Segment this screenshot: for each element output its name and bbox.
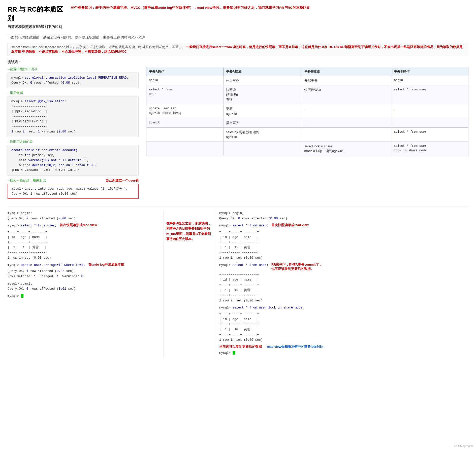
annotation-current-read: 当前读可以看到更新后的数据 [219,345,262,349]
code-block-3: create table if not exists account( id i… [8,145,139,176]
cell-0-2: 开启事务 [302,76,391,85]
terminal-right-6-row: mysql> select * from user lock in share … [219,305,468,310]
terminal-right-1: mysql> begin; Query OK, 0 rows affected … [219,211,468,221]
main-layout: --设置RR模式下测试 mysql> set global transactio… [8,67,468,201]
terminal-right-4-row: mysql> select * from user; RR级别下，即使A事务co… [219,263,468,271]
terminal-left-7: mysql> [8,294,158,299]
terminal-right-8: mysql> [219,351,468,356]
cell-0-0: begin [146,76,224,85]
code-block-2: mysql> select @@tx_isolation; +---------… [8,96,139,137]
comparison-table: 事务A操作 事务A描述 事务B描述 事务B操作 begin 开启事务 开启事务 … [146,67,468,156]
table-row: select * fromuser 快照读(无影响)查询 快照读查询 selec… [146,85,468,104]
cell-4-0 [146,127,224,142]
terminal-left-4-row: mysql> update user set age=18 where id=1… [8,263,158,268]
cell-0-1: 开启事务 [223,76,302,85]
comment-3: --依旧用之前的表 [8,140,139,144]
annotation-read-view-2: 首次快照读形成read view [271,223,309,227]
terminal-right-5: +----+-----+--------+ | id | age | name … [219,272,468,303]
section-title: 测试表： [8,60,468,64]
cell-2-3: - [391,104,468,118]
table-row: begin 开启事务 开启事务 begin [146,76,468,85]
table-row: update user setage=18 where id=1; 更新age=… [146,104,468,118]
bottom-left-panel: mysql> begin; Query OK, 0 rows affected … [8,211,164,358]
table-row: select 快照读,没有读到age=18 select * from user [146,127,468,142]
cell-3-3: - [391,118,468,128]
terminal-right-3: +----+-----+--------+ | id | age | name … [219,229,468,261]
col-header-0: 事务A操作 [146,67,224,76]
cell-5-3: select * from userlock in share mode [391,142,468,156]
insert-label: 自己新建立一个user表 [106,178,139,183]
cell-1-3: select * from user [391,85,468,104]
insert-box: mysql> insert into user (id, age, name) … [8,184,139,199]
cursor-icon-right [233,351,235,355]
cell-4-1: select 快照读,没有读到age=18 [223,127,302,142]
intro-box: select * from user lock in share mode,以加… [8,43,468,56]
header-intro: 三个准备知识：表中的三个隐藏字段、MVCC（事务id和undo log中的版本链… [71,5,468,32]
annotation-read-view-compare: read view会和版本链中的事务id做对比 [267,345,323,349]
terminal-left-2-row: mysql> select * from user; 首次快照读形成read v… [8,223,158,228]
terminal-left-3: +----+-----+--------+ | id | age | name … [8,229,158,261]
col-header-3: 事务B操作 [391,67,468,76]
terminal-left-6: mysql> commit; Query OK, 0 rows affected… [8,281,158,292]
cell-4-3: select * from user [391,127,468,142]
cell-4-2 [302,127,391,142]
cell-2-2: - [302,104,391,118]
terminal-left-5: Query OK, 1 row affected (0.02 sec) Rows… [8,269,158,279]
code-block-1: mysql> set global transaction isolation … [8,73,139,88]
cell-1-1: 快照读(无影响)查询 [223,85,302,104]
annotation-rr-text: RR级别下，即使A事务commit了，也不应该看到更新后的数据。 [271,263,322,271]
cell-5-2: select lock in sharemode当前读，读到age=18 [302,142,391,156]
cell-1-0: select * fromuser [146,85,224,104]
terminal-right-6: mysql> select * from user lock in share … [219,305,304,310]
table-row: commit 提交事务 - - [146,118,468,128]
bottom-layout: mysql> begin; Query OK, 0 rows affected … [8,206,468,358]
terminal-left-4: mysql> update user set age=18 where id=1… [8,263,85,268]
header-left: RR 与 RC的本质区别 当前读和快照读在RR级别下的区别 [8,5,63,32]
terminal-right-2: mysql> select * from user; [219,223,268,228]
intro-note: 三个准备知识：表中的三个隐藏字段、MVCC（事务id和undo log中的版本链… [71,6,310,10]
cursor-icon [21,294,23,298]
insert-container: 自己新建立一个user表 mysql> insert into user (id… [8,184,139,199]
cell-5-1 [223,142,302,156]
header-area: RR 与 RC的本质区别 当前读和快照读在RR级别下的区别 三个准备知识：表中的… [8,5,468,32]
annotation-middle: 在事务A提交之前，形成快照，则事务A的id在事务B快照中的m_ids里面，则事务… [166,221,211,242]
cell-0-3: begin [391,76,468,85]
annotation-row-current-read: 当前读可以看到更新后的数据 read view会和版本链中的事务id做对比 [219,345,468,349]
annotation-read-view-1: 首次快照读形成read view [60,223,97,227]
annotation-rr-level: RR级别下，即使A事务commit了，也不应该看到更新后的数据。 [271,263,322,271]
terminal-right-4: mysql> select * from user; [219,263,268,268]
cell-3-2: - [302,118,391,128]
cell-1-2: 快照读查询 [302,85,391,104]
terminal-left-2: mysql> select * from user; [8,223,57,228]
page-title: RR 与 RC的本质区别 [8,5,63,23]
cell-2-0: update user setage=18 where id=1; [146,104,224,118]
intro-code: select * from user lock in share mode,以加… [11,45,185,49]
comment-2: --重启终端 [8,91,139,95]
left-column: --设置RR模式下测试 mysql> set global transactio… [8,67,139,201]
subtitle: 当前读和快照读在RR级别下的区别 [8,25,63,29]
comment-1: --设置RR模式下测试 [8,67,139,72]
cell-3-1: 提交事务 [223,118,302,128]
cell-5-0 [146,142,224,156]
right-column: 事务A操作 事务A描述 事务B描述 事务B操作 begin 开启事务 开启事务 … [146,67,468,201]
table-row: select lock in sharemode当前读，读到age=18 sel… [146,142,468,156]
col-header-1: 事务A描述 [223,67,302,76]
cell-3-0: commit [146,118,224,128]
col-header-2: 事务B描述 [302,67,391,76]
annotation-undo-log: 在undo log中形成版本链 [88,263,124,267]
cell-2-1: 更新age=18 [223,104,302,118]
terminal-right-2-row: mysql> select * from user; 首次快照读形成read v… [219,223,468,228]
bottom-right-panel: mysql> begin; Query OK, 0 rows affected … [214,211,468,358]
terminal-left-1: mysql> begin; Query OK, 0 rows affected … [8,211,158,221]
description-text: 下面的代码经过测试，是完全没有问题的。要不要现场测试，主要看上课的时间允不允许 [8,35,468,40]
terminal-right-7: +----+-----+--------+ | id | age | name … [219,311,468,343]
bottom-middle-annotation: 在事务A提交之前，形成快照，则事务A的id在事务B快照中的m_ids里面，则事务… [164,211,214,358]
